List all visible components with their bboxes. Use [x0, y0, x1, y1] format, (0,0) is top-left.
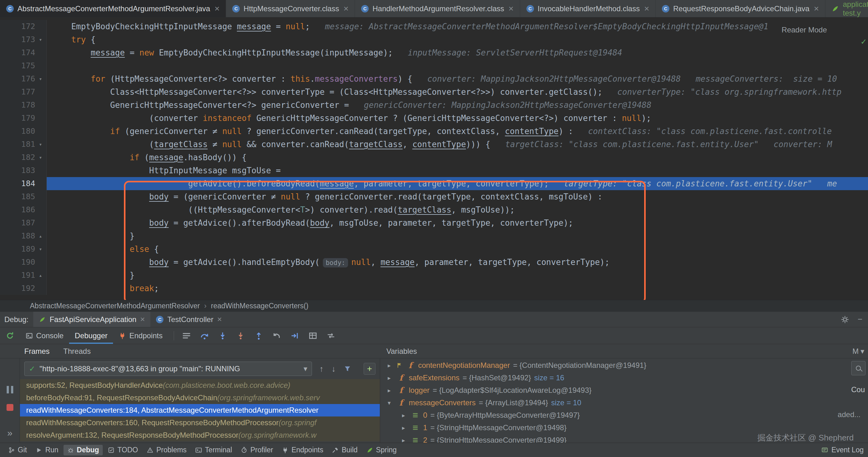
statusbar-item-endpoints[interactable]: Endpoints [278, 445, 327, 455]
chevron-right-icon[interactable]: ▸ [385, 362, 393, 369]
debug-session-tab[interactable]: CTestController× [150, 312, 227, 327]
previous-frame-icon[interactable]: ↑ [319, 364, 323, 374]
fold-marker-icon[interactable]: ▴ [36, 269, 45, 282]
statusbar-item-spring[interactable]: Spring [363, 445, 400, 455]
code-line[interactable]: 181▾ (targetClass ≠ null && converter.ca… [0, 138, 868, 151]
fold-marker-icon[interactable]: ▾ [36, 138, 45, 151]
line-gutter[interactable]: 176▾ [0, 72, 47, 85]
force-step-into-icon[interactable] [236, 332, 245, 340]
close-icon[interactable]: × [343, 4, 348, 14]
line-gutter[interactable]: 190 [0, 256, 47, 269]
tab-endpoints[interactable]: Endpoints [113, 327, 168, 344]
line-gutter[interactable]: 180 [0, 125, 47, 138]
chevron-right-icon[interactable]: ▸ [399, 437, 407, 443]
menu-icon[interactable] [182, 332, 191, 340]
chevron-right-icon[interactable]: ▸ [385, 387, 393, 394]
code-line[interactable]: 172 EmptyBodyCheckingHttpInputMessage me… [0, 20, 868, 33]
variable-row[interactable]: ▸fcontentNegotiationManager= {ContentNeg… [380, 359, 868, 372]
fold-marker-icon[interactable]: ▾ [36, 72, 45, 85]
debug-session-tab[interactable]: FastApiServiceApplication× [33, 312, 150, 327]
variable-row[interactable]: ▸flogger= {LogAdapter$Slf4jLocationAware… [380, 384, 868, 397]
tab-threads[interactable]: Threads [63, 347, 91, 356]
code-line[interactable]: 188▴ } [0, 229, 868, 242]
editor-tab[interactable]: CAbstractMessageConverterMethodArgumentR… [0, 0, 226, 17]
line-gutter[interactable]: 179 [0, 112, 47, 125]
line-gutter[interactable]: 178 [0, 98, 47, 112]
frame-row[interactable]: beforeBodyRead:91, RequestResponseBodyAd… [20, 392, 380, 404]
code-line[interactable]: 183 HttpInputMessage msgToUse = [0, 164, 868, 177]
statusbar-item-run[interactable]: Run [32, 445, 62, 455]
chevron-down-icon[interactable]: ▾ [385, 399, 393, 406]
variable-row[interactable]: ▸0= {ByteArrayHttpMessageConverter@19497… [380, 409, 868, 422]
close-icon[interactable]: × [814, 4, 819, 14]
statusbar-item-problems[interactable]: Problems [143, 445, 190, 455]
thread-selector[interactable]: ✓ "http-nio-18888-exec-8"@13,663 in grou… [24, 362, 312, 376]
frame-row[interactable]: readWithMessageConverters:160, RequestRe… [20, 417, 380, 429]
code-line[interactable]: 184 getAdvice().beforeBodyRead(message, … [0, 177, 868, 190]
code-line[interactable]: 179 (converter instanceof GenericHttpMes… [0, 112, 868, 125]
line-gutter[interactable]: 175 [0, 59, 47, 72]
editor-tab[interactable]: application-test.y× [825, 0, 868, 17]
view-layout-icon[interactable] [327, 332, 335, 340]
frame-row[interactable]: resolveArgument:132, RequestResponseBody… [20, 429, 380, 441]
editor-tab[interactable]: CHttpMessageConverter.class× [226, 0, 355, 17]
search-variables-box[interactable] [851, 361, 866, 375]
chevron-right-icon[interactable]: ▸ [399, 412, 407, 419]
fold-marker-icon[interactable]: ▴ [36, 229, 45, 242]
fold-marker-icon[interactable]: ▾ [36, 33, 45, 46]
close-icon[interactable]: × [215, 4, 219, 14]
line-gutter[interactable]: 177 [0, 85, 47, 98]
fold-marker-icon[interactable]: ▾ [36, 151, 45, 164]
chevron-right-icon[interactable]: ▸ [399, 424, 407, 431]
statusbar-item-profiler[interactable]: Profiler [237, 445, 277, 455]
line-gutter[interactable]: 192 [0, 282, 47, 295]
fold-marker-icon[interactable]: ▾ [36, 242, 45, 256]
line-gutter[interactable]: 188▴ [0, 229, 47, 242]
close-icon[interactable]: × [644, 4, 649, 14]
editor-tab[interactable]: CRequestResponseBodyAdviceChain.java× [656, 0, 825, 17]
code-line[interactable]: 190 body = getAdvice().handleEmptyBody(b… [0, 256, 868, 269]
code-line[interactable]: 175 [0, 59, 868, 72]
statusbar-item-build[interactable]: Build [328, 445, 361, 455]
statusbar-item-git[interactable]: Git [4, 445, 31, 455]
filter-frames-icon[interactable] [344, 365, 351, 373]
code-editor[interactable]: 172 EmptyBodyCheckingHttpInputMessage me… [0, 18, 868, 300]
code-line[interactable]: 186 ((HttpMessageConverter<T>) converter… [0, 203, 868, 216]
code-line[interactable]: 182▾ if (message.hasBody()) { [0, 151, 868, 164]
code-line[interactable]: 180 if (genericConverter ≠ null ? generi… [0, 125, 868, 138]
line-gutter[interactable]: 173▾ [0, 33, 47, 46]
step-out-icon[interactable] [254, 332, 263, 340]
code-line[interactable]: 178 GenericHttpMessageConverter<?> gener… [0, 98, 868, 112]
add-watch-button[interactable]: + [364, 363, 375, 375]
chevron-right-icon[interactable]: ▸ [385, 374, 393, 381]
tab-console[interactable]: Console [20, 327, 69, 344]
pause-icon[interactable] [6, 386, 13, 393]
statusbar-item-debug[interactable]: Debug [63, 445, 103, 455]
statusbar-item-terminal[interactable]: Terminal [191, 445, 236, 455]
variable-row[interactable]: ▸fsafeExtensions= {HashSet@19492}size = … [380, 372, 868, 384]
tab-frames[interactable]: Frames [24, 347, 50, 356]
variable-row[interactable]: ▸1= {StringHttpMessageConverter@19498} [380, 422, 868, 434]
line-gutter[interactable]: 183 [0, 164, 47, 177]
tab-debugger[interactable]: Debugger [69, 327, 113, 344]
statusbar-item-todo[interactable]: TODO [104, 445, 142, 455]
code-line[interactable]: 174 message = new EmptyBodyCheckingHttpI… [0, 46, 868, 59]
drop-frame-icon[interactable] [272, 332, 281, 340]
close-icon[interactable]: × [140, 315, 145, 324]
variable-row[interactable]: ▾fmessageConverters= {ArrayList@19494}si… [380, 397, 868, 409]
line-gutter[interactable]: 189▾ [0, 242, 47, 256]
rerun-icon[interactable] [0, 332, 20, 340]
line-gutter[interactable]: 186 [0, 203, 47, 216]
evaluate-expression-icon[interactable] [309, 332, 317, 340]
line-gutter[interactable]: 187 [0, 216, 47, 229]
more-actions-icon[interactable]: » [7, 428, 12, 438]
line-gutter[interactable]: 191▴ [0, 269, 47, 282]
next-frame-icon[interactable]: ↓ [332, 364, 336, 374]
code-line[interactable]: 176▾ for (HttpMessageConverter<?> conver… [0, 72, 868, 85]
code-line[interactable]: 185 body = (genericConverter ≠ null ? ge… [0, 190, 868, 203]
code-line[interactable]: 173▾ try { [0, 33, 868, 46]
code-line[interactable]: 187 body = getAdvice().afterBodyRead(bod… [0, 216, 868, 229]
frame-row[interactable]: supports:52, RequestBodyHandlerAdvice (c… [20, 379, 380, 392]
breadcrumb-class[interactable]: AbstractMessageConverterMethodArgumentRe… [30, 302, 200, 310]
run-to-cursor-icon[interactable] [290, 332, 299, 340]
